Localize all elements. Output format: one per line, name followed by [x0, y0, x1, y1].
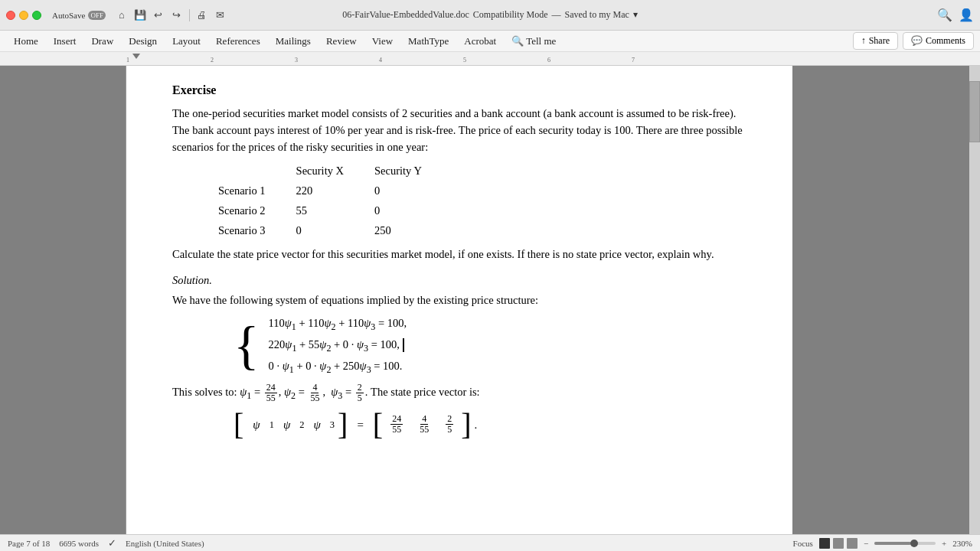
- ruler-mark-4: 4: [379, 57, 382, 64]
- m-psi3: 25: [446, 414, 453, 435]
- psi2-label: ψ: [283, 416, 290, 434]
- ruler: 1 2 3 4 5 6 7: [0, 52, 980, 66]
- file-title-area: 06-FairValue-EmbeddedValue.doc Compatibi…: [342, 9, 638, 21]
- comments-label: Comments: [926, 35, 965, 47]
- scrollbar[interactable]: [969, 66, 980, 534]
- equation-1: 110ψ1 + 110ψ2 + 110ψ3 = 100,: [269, 315, 407, 334]
- menu-insert[interactable]: Insert: [46, 33, 84, 50]
- chevron-down-icon[interactable]: ▾: [633, 9, 638, 21]
- focus-label[interactable]: Focus: [793, 539, 813, 548]
- equation-lines: 110ψ1 + 110ψ2 + 110ψ3 = 100, 220ψ1 + 55ψ…: [269, 315, 407, 377]
- ruler-mark-2: 2: [211, 57, 214, 64]
- left-bracket-icon: [: [234, 409, 243, 440]
- zoom-plus-icon[interactable]: +: [942, 539, 946, 548]
- zoom-slider[interactable]: [874, 542, 936, 545]
- col-header-x: Security X: [296, 161, 374, 181]
- question-paragraph: Calculate the state price vector for thi…: [172, 246, 746, 263]
- matrix-line: [ ψ1 ψ2 ψ3 ] = [ 2455 455 25: [234, 409, 746, 440]
- undo-back-icon[interactable]: ↩: [150, 7, 167, 24]
- share-label: Share: [869, 35, 890, 47]
- securities-table: Security X Security Y Scenario 1 220 0 S…: [218, 161, 746, 240]
- scenario-3-y: 250: [374, 221, 452, 241]
- view-mode-icons[interactable]: [819, 538, 858, 549]
- proofread-icon[interactable]: ✓: [108, 537, 116, 549]
- menu-tellme[interactable]: 🔍 Tell me: [504, 33, 564, 50]
- equals-sign: =: [357, 416, 363, 434]
- zoom-knob[interactable]: [910, 540, 918, 547]
- scrollbar-thumb[interactable]: [969, 81, 980, 142]
- menu-draw[interactable]: Draw: [83, 33, 121, 50]
- zoom-fill: [874, 542, 911, 545]
- autosave-area: AutoSave OFF: [52, 11, 106, 20]
- document-page[interactable]: Exercise The one-period securities marke…: [126, 66, 792, 534]
- web-view-icon[interactable]: [833, 538, 844, 549]
- menu-view[interactable]: View: [364, 33, 400, 50]
- home-icon[interactable]: ⌂: [113, 7, 130, 24]
- equation-3: 0 · ψ1 + 0 · ψ2 + 250ψ3 = 100.: [269, 358, 407, 377]
- menu-review[interactable]: Review: [318, 33, 364, 50]
- left-indent-marker[interactable]: [132, 54, 140, 59]
- search-icon[interactable]: 🔍: [937, 8, 952, 22]
- document-area: Exercise The one-period securities marke…: [0, 66, 980, 534]
- right-bracket-icon: ]: [338, 409, 348, 440]
- menu-right-buttons: ↑ Share 💬 Comments: [853, 32, 974, 50]
- save-icon[interactable]: 💾: [132, 7, 149, 24]
- scenario-2-x: 55: [296, 201, 374, 221]
- solution-intro: We have the following system of equation…: [172, 292, 746, 309]
- share-button[interactable]: ↑ Share: [853, 32, 898, 50]
- table-row: Scenario 2 55 0: [218, 201, 452, 221]
- document-content: Exercise The one-period securities marke…: [172, 81, 746, 440]
- scenario-3-x: 0: [296, 221, 374, 241]
- matrix-right-bracket: ]: [461, 409, 471, 440]
- print-icon[interactable]: 🖨: [194, 7, 211, 24]
- title-right-icons[interactable]: 🔍 👤: [937, 8, 974, 22]
- zoom-minus-icon[interactable]: −: [864, 539, 868, 548]
- equation-system: { 110ψ1 + 110ψ2 + 110ψ3 = 100, 220ψ1 + 5…: [234, 315, 746, 377]
- menu-home[interactable]: Home: [6, 33, 46, 50]
- menu-acrobat[interactable]: Acrobat: [456, 33, 504, 50]
- scenario-3-label: Scenario 3: [218, 221, 296, 241]
- window-controls[interactable]: [6, 11, 41, 20]
- page-info: Page 7 of 18: [8, 539, 50, 548]
- text-cursor: [403, 338, 404, 352]
- period: .: [475, 416, 478, 434]
- status-bar: Page 7 of 18 6695 words ✓ English (Unite…: [0, 534, 980, 551]
- comment-icon: 💬: [911, 35, 923, 47]
- left-margin: [0, 66, 126, 534]
- outline-view-icon[interactable]: [847, 538, 858, 549]
- menu-mailings[interactable]: Mailings: [268, 33, 318, 50]
- undo-fwd-icon[interactable]: ↪: [168, 7, 185, 24]
- language[interactable]: English (United States): [126, 539, 204, 548]
- person-icon[interactable]: 👤: [959, 8, 974, 22]
- toolbar-icons[interactable]: ⌂ 💾 ↩ ↪ 🖨 ✉: [113, 7, 229, 24]
- exercise-title: Exercise: [172, 81, 746, 99]
- table-row: Scenario 3 0 250: [218, 221, 452, 241]
- scenario-1-x: 220: [296, 181, 374, 201]
- menu-references[interactable]: References: [208, 33, 268, 50]
- solve-line: This solves to: ψ1 = 2455 , ψ2 = 455 , ψ…: [172, 383, 746, 403]
- comments-button[interactable]: 💬 Comments: [903, 32, 974, 50]
- mail-icon[interactable]: ✉: [212, 7, 229, 24]
- matrix-left-bracket: [: [373, 409, 383, 440]
- left-brace-icon: {: [234, 319, 260, 373]
- menu-mathtype[interactable]: MathType: [400, 33, 456, 50]
- separator: [189, 9, 190, 21]
- scenario-2-label: Scenario 2: [218, 201, 296, 221]
- ruler-mark-6: 6: [547, 57, 550, 64]
- title-bar: AutoSave OFF ⌂ 💾 ↩ ↪ 🖨 ✉ 06-FairValue-Em…: [0, 0, 980, 31]
- menu-layout[interactable]: Layout: [165, 33, 208, 50]
- m-psi1: 2455: [390, 414, 403, 435]
- intro-paragraph: The one-period securities market model c…: [172, 106, 746, 155]
- menu-design[interactable]: Design: [121, 33, 165, 50]
- share-icon: ↑: [861, 35, 866, 47]
- minimize-button[interactable]: [19, 11, 28, 20]
- close-button[interactable]: [6, 11, 15, 20]
- solution-label: Solution.: [172, 272, 746, 289]
- maximize-button[interactable]: [32, 11, 41, 20]
- psi3-fraction: 25: [356, 383, 364, 403]
- col-header-scenario: [218, 161, 296, 181]
- print-view-icon[interactable]: [819, 538, 830, 549]
- zoom-level: 230%: [952, 539, 972, 548]
- word-count: 6695 words: [59, 539, 99, 548]
- autosave-toggle[interactable]: OFF: [88, 11, 106, 20]
